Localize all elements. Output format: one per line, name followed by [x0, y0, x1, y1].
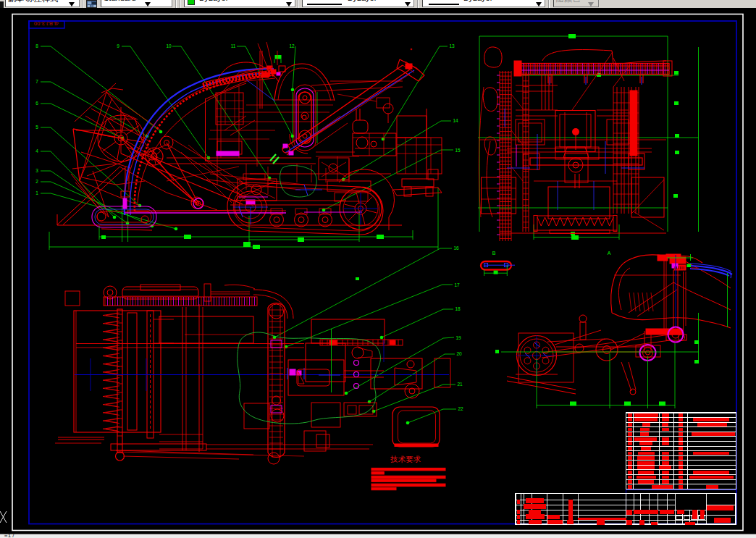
svg-text:5: 5: [35, 125, 38, 130]
svg-text:19: 19: [455, 335, 461, 340]
svg-text:9: 9: [117, 43, 119, 49]
svg-text:16: 16: [453, 245, 459, 251]
svg-text:8: 8: [35, 43, 38, 49]
svg-text:13: 13: [449, 43, 455, 49]
svg-text:12: 12: [289, 43, 295, 49]
svg-text:7: 7: [35, 79, 38, 84]
svg-text:4: 4: [35, 148, 38, 154]
svg-text:4LBJ.3-00: 4LBJ.3-00: [34, 20, 59, 27]
svg-text:17: 17: [454, 282, 460, 287]
svg-text:3: 3: [35, 168, 38, 173]
svg-text:22: 22: [458, 406, 463, 411]
svg-text:B: B: [492, 251, 496, 256]
svg-text:1: 1: [35, 190, 38, 196]
svg-text:18: 18: [455, 306, 461, 311]
svg-text:6: 6: [35, 101, 38, 106]
svg-text:A: A: [608, 251, 611, 256]
svg-text:14: 14: [453, 118, 458, 123]
svg-text:15: 15: [455, 148, 461, 153]
svg-text:技术要求: 技术要求: [390, 455, 421, 463]
svg-text:10: 10: [166, 43, 172, 49]
svg-text:2: 2: [35, 179, 38, 184]
svg-text:21: 21: [457, 382, 463, 387]
svg-text:11: 11: [231, 43, 236, 49]
svg-text:20: 20: [456, 351, 462, 356]
